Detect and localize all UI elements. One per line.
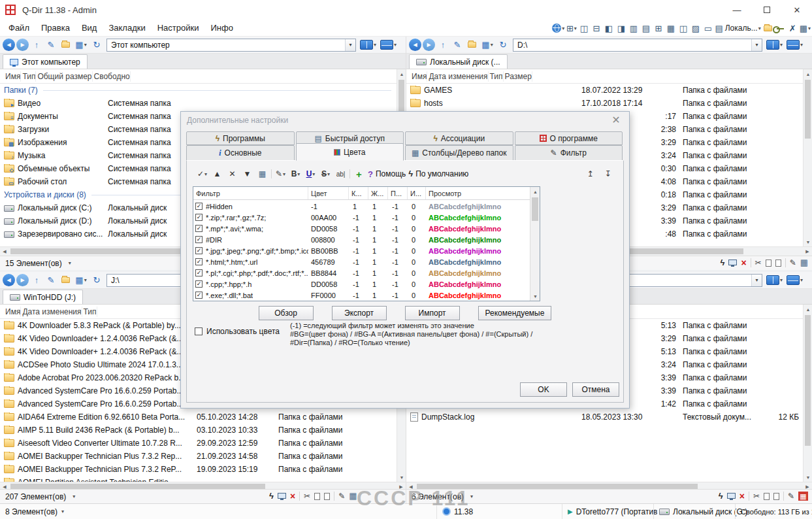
grid-icon[interactable]: ▦: [256, 167, 268, 180]
copy-icon[interactable]: [764, 493, 770, 500]
layout-icon-5[interactable]: ◨: [615, 22, 626, 35]
layout-icon-10[interactable]: ◫: [677, 22, 689, 35]
edit-path-icon[interactable]: ✎: [44, 274, 57, 287]
paste-icon[interactable]: [324, 493, 330, 500]
column-header[interactable]: Тип: [489, 71, 504, 82]
dialog-action-button[interactable]: Экспорт: [332, 306, 387, 320]
edit-path-icon[interactable]: ✎: [44, 39, 57, 52]
forward-button[interactable]: ▶: [16, 274, 29, 286]
pane-select-icon[interactable]: ▦: [800, 258, 808, 267]
pane-layout-button[interactable]: ▾: [787, 275, 803, 285]
file-row[interactable]: Aiseesoft Video Converter Ultimate 10.7.…: [0, 437, 397, 450]
row-checkbox[interactable]: ✓: [195, 225, 203, 232]
move-top-icon[interactable]: ↥: [584, 167, 596, 180]
back-button[interactable]: ◀: [409, 39, 421, 51]
column-header[interactable]: Дата изменения: [427, 71, 488, 82]
close-icon[interactable]: ✕: [609, 113, 623, 127]
add-filter-icon[interactable]: +: [353, 167, 365, 180]
tab-wintohdd[interactable]: WinToHDD (J:): [3, 290, 83, 304]
delete-row-icon[interactable]: ✕: [226, 167, 238, 180]
layout-icon-6[interactable]: ▥: [628, 22, 639, 35]
forward-button[interactable]: ▶: [423, 39, 435, 51]
refresh-button[interactable]: ↻: [90, 39, 103, 52]
paste-icon[interactable]: [773, 493, 779, 500]
column-header[interactable]: Имя: [410, 71, 427, 82]
filter-row[interactable]: ✓*.html;*.htm;*.url 456789 -1 1 -1 0 ABC…: [193, 256, 530, 267]
rename-icon[interactable]: ✎: [338, 492, 345, 501]
row-checkbox[interactable]: ✓: [195, 292, 203, 299]
filter-row[interactable]: ✓*.cpp;*.hpp;*.h DD0058 -1 1 -1 0 ABCabc…: [193, 278, 530, 290]
move-up-icon[interactable]: ▲: [211, 167, 223, 180]
row-checkbox[interactable]: ✓: [195, 203, 203, 210]
group-header[interactable]: Папки (7): [0, 84, 397, 97]
pane-split-button[interactable]: ▾: [766, 40, 783, 50]
layout-icon-3[interactable]: ⊟: [591, 22, 602, 35]
ok-button[interactable]: OK: [520, 382, 567, 397]
row-checkbox[interactable]: ✓: [195, 269, 203, 276]
default-button[interactable]: ϟПо умолчанию: [408, 167, 468, 180]
table-column-header[interactable]: И...: [408, 187, 426, 199]
dialog-action-button[interactable]: Обзор: [259, 306, 314, 320]
actions-icon[interactable]: ϟ: [721, 258, 725, 267]
filter-row[interactable]: ✓*.pl;*.cgi;*.php;*.pdf;*.doc;*.rtf;*...…: [193, 267, 530, 278]
menu-item[interactable]: Инфо: [204, 20, 238, 35]
underline-icon[interactable]: U▾: [304, 167, 317, 180]
up-button[interactable]: ↑: [30, 39, 43, 52]
global-item-count[interactable]: 8 Элемент(ов)▾: [0, 504, 69, 519]
move-bottom-icon[interactable]: ↧: [602, 167, 614, 180]
minimize-button[interactable]: —: [722, 0, 752, 20]
active-pane-icon[interactable]: ▦: [798, 492, 808, 501]
menu-item[interactable]: Файл: [3, 20, 35, 35]
file-row[interactable]: AIDA64 Extreme Edition 6.92.6610 Beta Po…: [0, 410, 397, 424]
file-row[interactable]: ▸Видео Системная папка: [0, 97, 397, 110]
cut-icon[interactable]: ✂: [755, 258, 762, 267]
dialog-tab[interactable]: Столбцы/Дерево папок: [405, 145, 513, 161]
folder-shortcut-icon[interactable]: [762, 22, 773, 35]
check-all-icon[interactable]: ✓▾: [196, 167, 208, 180]
filter-row[interactable]: ✓*.mp*;*.avi;*.wma; DD0058 -1 1 -1 0 ABC…: [193, 223, 530, 234]
move-down-icon[interactable]: ▼: [241, 167, 253, 180]
up-button[interactable]: ↑: [30, 274, 43, 287]
table-column-header[interactable]: Цвет: [308, 187, 349, 199]
favorites-folder-icon[interactable]: [465, 39, 478, 52]
row-checkbox[interactable]: ✓: [195, 214, 203, 221]
layout-icon-2[interactable]: ◫: [578, 22, 589, 35]
copy-icon[interactable]: [314, 493, 320, 500]
cut-icon[interactable]: ✂: [304, 492, 310, 501]
dialog-tab[interactable]: Фильтр: [515, 145, 623, 161]
pane-layout-button[interactable]: ▾: [787, 40, 803, 50]
checkbox-box[interactable]: [195, 327, 203, 335]
column-header[interactable]: Размер: [504, 71, 532, 82]
copy-icon[interactable]: [766, 260, 771, 267]
filter-row[interactable]: ✓*.exe;*.dll;*.bat FF0000 -1 1 -1 0 ABCa…: [193, 290, 530, 301]
view-mode-button[interactable]: ▦▾: [479, 39, 495, 52]
row-checkbox[interactable]: ✓: [195, 280, 203, 288]
paste-icon[interactable]: [775, 260, 781, 267]
menu-item[interactable]: Правка: [35, 20, 76, 35]
layout-icon-8[interactable]: ⊞: [653, 22, 664, 35]
cut-icon[interactable]: ✂: [753, 492, 760, 501]
column-header[interactable]: Дата изменения: [21, 307, 82, 317]
bold-icon[interactable]: B▾: [289, 167, 302, 180]
back-button[interactable]: ◀: [3, 39, 15, 51]
forward-button[interactable]: ▶: [16, 39, 29, 51]
device-segment[interactable]: ▶ DToretto777 (Портатив: [562, 504, 662, 519]
favorites-folder-icon[interactable]: [59, 39, 72, 52]
monitor-icon[interactable]: [278, 493, 286, 499]
address-dropdown-icon[interactable]: ▾: [751, 39, 762, 51]
cancel-button[interactable]: Отмена: [572, 382, 619, 397]
back-button[interactable]: ◀: [3, 274, 15, 286]
globe-icon[interactable]: ▾: [552, 22, 564, 35]
grid-view-icon[interactable]: ▦▾: [800, 22, 811, 35]
layout-icon-9[interactable]: ▦: [665, 22, 676, 35]
rename-icon[interactable]: ✎: [790, 258, 796, 267]
monitor-icon[interactable]: [728, 260, 737, 265]
actions-icon[interactable]: ϟ: [269, 492, 274, 501]
address-bar[interactable]: Этот компьютер ▾: [106, 39, 356, 52]
rename-style-icon[interactable]: ab|: [334, 167, 347, 180]
menu-item[interactable]: Вид: [76, 20, 103, 35]
close-button[interactable]: ✕: [782, 0, 812, 20]
rename-icon[interactable]: ✎: [788, 492, 794, 501]
pane-split-button[interactable]: ▾: [360, 40, 376, 50]
file-row[interactable]: hosts 17.10.2018 17:14 Папка с файлами: [406, 97, 803, 110]
